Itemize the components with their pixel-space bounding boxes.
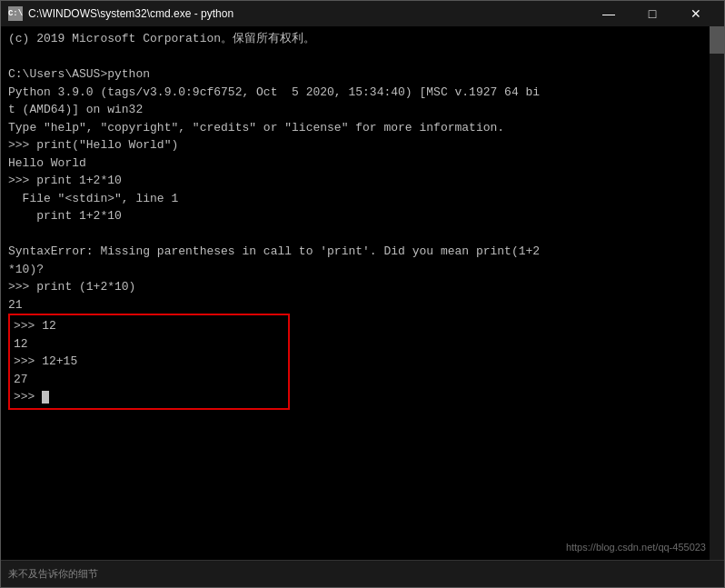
scrollbar[interactable] xyxy=(710,26,724,560)
line-13: SyntaxError: Missing parentheses in call… xyxy=(8,243,717,261)
bottom-text: 来不及告诉你的细节 xyxy=(8,567,98,581)
line-12 xyxy=(8,225,717,244)
window-controls: — □ ✕ xyxy=(588,1,717,26)
maximize-button[interactable]: □ xyxy=(631,1,673,26)
line-10: File "<stdin>", line 1 xyxy=(8,190,717,208)
line-14: *10)? xyxy=(8,261,717,279)
line-18: 12 xyxy=(14,335,284,354)
window-title: C:\WINDOWS\system32\cmd.exe - python xyxy=(28,7,588,20)
line-4: Python 3.9.0 (tags/v3.9.0:9cf6752, Oct 5… xyxy=(8,84,717,102)
line-9: >>> print 1+2*10 xyxy=(8,172,717,190)
close-button[interactable]: ✕ xyxy=(675,1,717,26)
highlight-box: >>> 12 12 >>> 12+15 27 >>> xyxy=(8,314,290,410)
terminal-body: (c) 2019 Microsoft Corporation。保留所有权利。 C… xyxy=(1,26,724,560)
line-5: t (AMD64)] on win32 xyxy=(8,101,717,119)
line-19: >>> 12+15 xyxy=(14,353,284,371)
line-7: >>> print("Hello World") xyxy=(8,136,717,154)
line-6: Type "help", "copyright", "credits" or "… xyxy=(8,119,717,137)
line-16: 21 xyxy=(8,296,717,314)
line-15: >>> print (1+2*10) xyxy=(8,278,717,296)
line-8-hello-world: Hello World xyxy=(8,154,717,173)
terminal-content[interactable]: (c) 2019 Microsoft Corporation。保留所有权利。 C… xyxy=(8,30,717,556)
line-21-prompt: >>> xyxy=(14,388,284,406)
title-bar: C:\ C:\WINDOWS\system32\cmd.exe - python… xyxy=(1,1,724,26)
cmd-window: C:\ C:\WINDOWS\system32\cmd.exe - python… xyxy=(0,0,725,588)
line-20: 27 xyxy=(14,371,284,389)
scrollbar-thumb[interactable] xyxy=(710,26,724,54)
line-11: print 1+2*10 xyxy=(8,207,717,225)
minimize-button[interactable]: — xyxy=(588,1,630,26)
line-17: >>> 12 xyxy=(14,317,284,335)
bottom-bar: 来不及告诉你的细节 xyxy=(1,560,724,587)
cursor xyxy=(42,391,49,404)
line-1: (c) 2019 Microsoft Corporation。保留所有权利。 xyxy=(8,30,717,48)
line-2 xyxy=(8,48,717,66)
window-icon: C:\ xyxy=(8,6,23,21)
line-3: C:\Users\ASUS>python xyxy=(8,65,717,84)
watermark: https://blog.csdn.net/qq-455023 xyxy=(566,542,706,553)
